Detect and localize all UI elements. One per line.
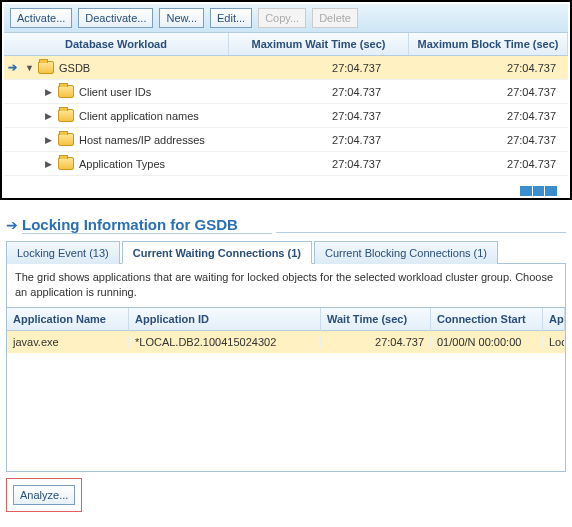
pane-title: Locking Information for GSDB bbox=[22, 216, 272, 234]
workload-grid-header: Database Workload Maximum Wait Time (sec… bbox=[4, 32, 568, 56]
new-button[interactable]: New... bbox=[159, 8, 204, 28]
connections-grid: Application Name Application ID Wait Tim… bbox=[6, 308, 566, 472]
deactivate-button[interactable]: Deactivate... bbox=[78, 8, 153, 28]
cell-wait: 27:04.737 bbox=[229, 86, 409, 98]
tree-collapse-icon[interactable]: ▼ bbox=[25, 63, 35, 73]
tree-node-label: Application Types bbox=[77, 158, 165, 170]
col-header-conn-start[interactable]: Connection Start bbox=[431, 308, 543, 331]
tree-node-label: GSDB bbox=[57, 62, 90, 74]
analyze-highlight: Analyze... bbox=[6, 478, 82, 512]
cell-conn-start: 01/00/N 00:00:00 bbox=[431, 336, 543, 348]
delete-button: Delete bbox=[312, 8, 358, 28]
col-header-wait[interactable]: Maximum Wait Time (sec) bbox=[229, 33, 409, 55]
tree-node-label: Client user IDs bbox=[77, 86, 151, 98]
tree-expand-icon[interactable]: ▶ bbox=[45, 135, 55, 145]
folder-icon bbox=[58, 157, 74, 170]
pane-toggle-icon[interactable] bbox=[520, 186, 558, 196]
tree-row-root[interactable]: ➔ ▼ GSDB 27:04.737 27:04.737 bbox=[4, 56, 568, 80]
cell-block: 27:04.737 bbox=[409, 110, 568, 122]
col-header-app-name[interactable]: Application Name bbox=[7, 308, 129, 331]
cell-block: 27:04.737 bbox=[409, 86, 568, 98]
tree-node-label: Host names/IP addresses bbox=[77, 134, 205, 146]
col-header-name[interactable]: Database Workload bbox=[4, 33, 229, 55]
tree-node-label: Client application names bbox=[77, 110, 199, 122]
col-header-app-id[interactable]: Application ID bbox=[129, 308, 321, 331]
col-header-wait-time[interactable]: Wait Time (sec) bbox=[321, 308, 431, 331]
section-arrow-icon: ➔ bbox=[6, 217, 18, 233]
cell-more: Lock bbox=[543, 336, 565, 348]
tab-description: The grid shows applications that are wai… bbox=[6, 264, 566, 308]
cell-wait: 27:04.737 bbox=[229, 110, 409, 122]
tree-row[interactable]: ▶ Host names/IP addresses 27:04.737 27:0… bbox=[4, 128, 568, 152]
tab-locking-event[interactable]: Locking Event (13) bbox=[6, 241, 120, 264]
tab-current-blocking[interactable]: Current Blocking Connections (1) bbox=[314, 241, 498, 264]
activate-button[interactable]: Activate... bbox=[10, 8, 72, 28]
col-header-block[interactable]: Maximum Block Time (sec) bbox=[409, 33, 568, 55]
folder-icon bbox=[58, 133, 74, 146]
analyze-button[interactable]: Analyze... bbox=[13, 485, 75, 505]
tree-row[interactable]: ▶ Application Types 27:04.737 27:04.737 bbox=[4, 152, 568, 176]
folder-icon bbox=[58, 109, 74, 122]
table-row[interactable]: javav.exe *LOCAL.DB2.100415024302 27:04.… bbox=[7, 331, 565, 353]
copy-button: Copy... bbox=[258, 8, 306, 28]
tab-current-waiting[interactable]: Current Waiting Connections (1) bbox=[122, 241, 312, 264]
folder-icon bbox=[58, 85, 74, 98]
cell-wait-time: 27:04.737 bbox=[321, 336, 431, 348]
cell-wait: 27:04.737 bbox=[229, 158, 409, 170]
edit-button[interactable]: Edit... bbox=[210, 8, 252, 28]
cell-wait: 27:04.737 bbox=[229, 62, 409, 74]
col-header-more[interactable]: App bbox=[543, 308, 565, 331]
toolbar: Activate... Deactivate... New... Edit...… bbox=[4, 4, 568, 32]
folder-icon bbox=[38, 61, 54, 74]
cell-app-name: javav.exe bbox=[7, 336, 129, 348]
current-row-indicator-icon: ➔ bbox=[8, 61, 22, 74]
tree-expand-icon[interactable]: ▶ bbox=[45, 111, 55, 121]
cell-wait: 27:04.737 bbox=[229, 134, 409, 146]
tree-expand-icon[interactable]: ▶ bbox=[45, 87, 55, 97]
cell-block: 27:04.737 bbox=[409, 134, 568, 146]
tree-row[interactable]: ▶ Client application names 27:04.737 27:… bbox=[4, 104, 568, 128]
tabs-bar: Locking Event (13) Current Waiting Conne… bbox=[6, 240, 566, 264]
cell-block: 27:04.737 bbox=[409, 158, 568, 170]
tree-row[interactable]: ▶ Client user IDs 27:04.737 27:04.737 bbox=[4, 80, 568, 104]
tree-expand-icon[interactable]: ▶ bbox=[45, 159, 55, 169]
cell-block: 27:04.737 bbox=[409, 62, 568, 74]
cell-app-id: *LOCAL.DB2.100415024302 bbox=[129, 336, 321, 348]
